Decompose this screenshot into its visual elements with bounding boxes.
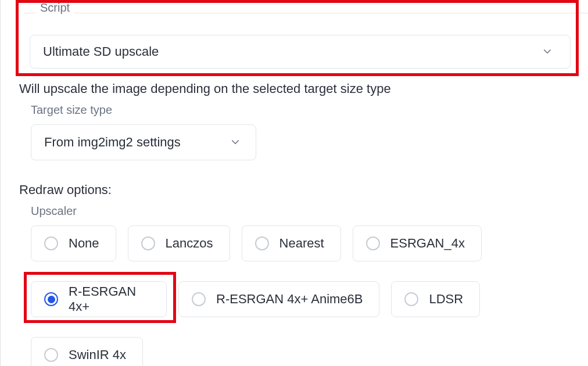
script-select[interactable]: Ultimate SD upscale: [30, 35, 571, 69]
upscaler-row-2: R-ESRGAN 4x+ R-ESRGAN 4x+ Anime6B LDSR: [31, 281, 480, 317]
radio-icon: [255, 236, 269, 250]
upscaler-option-label: None: [69, 236, 99, 251]
upscaler-option-label: Lanczos: [166, 236, 213, 251]
redraw-options-label: Redraw options:: [19, 182, 112, 198]
upscaler-option-label: ESRGAN_4x: [390, 236, 465, 251]
upscaler-option-esrgan4x[interactable]: ESRGAN_4x: [353, 225, 482, 261]
upscaler-option-swinir4x[interactable]: SwinIR 4x: [31, 337, 143, 366]
upscaler-option-resrgan4xanime[interactable]: R-ESRGAN 4x+ Anime6B: [178, 281, 379, 317]
upscaler-option-label: Nearest: [279, 236, 324, 251]
radio-icon: [44, 292, 58, 306]
chevron-down-icon: [230, 137, 241, 148]
upscaler-option-nearest[interactable]: Nearest: [242, 225, 341, 261]
upscaler-option-lanczos[interactable]: Lanczos: [128, 225, 230, 261]
target-size-type-value: From img2img2 settings: [44, 135, 181, 150]
upscaler-option-ldsr[interactable]: LDSR: [391, 281, 480, 317]
upscaler-option-none[interactable]: None: [31, 225, 116, 261]
upscaler-option-label: SwinIR 4x: [69, 347, 126, 363]
target-size-type-select[interactable]: From img2img2 settings: [31, 124, 256, 160]
upscaler-option-resrgan4x[interactable]: R-ESRGAN 4x+: [31, 281, 167, 317]
radio-icon: [192, 292, 206, 306]
upscaler-option-label: R-ESRGAN 4x+: [69, 284, 150, 314]
radio-icon: [366, 236, 380, 250]
radio-icon: [44, 236, 58, 250]
upscaler-option-label: LDSR: [429, 292, 463, 307]
target-size-type-label: Target size type: [31, 103, 112, 117]
upscaler-option-label: R-ESRGAN 4x+ Anime6B: [216, 292, 363, 307]
radio-icon: [404, 292, 418, 306]
script-fieldset: Script Ultimate SD upscale: [23, 2, 578, 72]
upscaler-label: Upscaler: [31, 204, 77, 218]
script-legend: Script: [35, 1, 74, 15]
radio-icon: [141, 236, 155, 250]
upscaler-row-3: SwinIR 4x: [31, 337, 143, 366]
chevron-down-icon: [542, 46, 553, 57]
script-select-value: Ultimate SD upscale: [43, 44, 159, 59]
upscaler-row-1: None Lanczos Nearest ESRGAN_4x: [31, 225, 482, 261]
radio-icon: [44, 348, 58, 362]
description-text: Will upscale the image depending on the …: [19, 81, 391, 96]
